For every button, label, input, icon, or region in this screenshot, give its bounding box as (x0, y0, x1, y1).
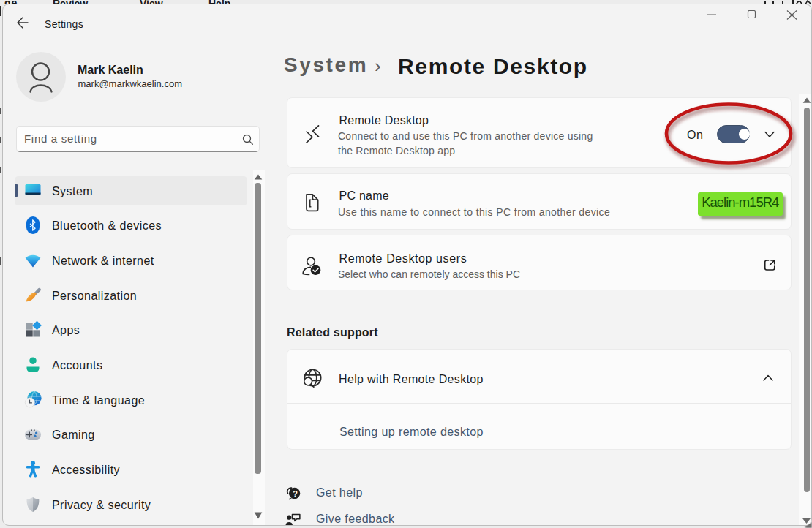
svg-text:?: ? (293, 489, 298, 498)
